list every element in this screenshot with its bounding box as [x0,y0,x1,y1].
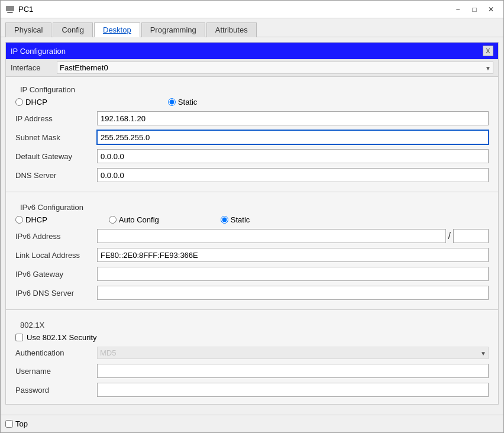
tab-desktop[interactable]: Desktop [94,22,140,37]
window-title: PC1 [18,5,33,14]
ipv6-dhcp-label: DHCP [25,215,47,224]
top-checkbox[interactable] [5,420,13,428]
ipv6-prefix-input[interactable] [453,229,489,243]
ipv6-static-label: Static [231,215,250,224]
tab-physical[interactable]: Physical [5,22,51,37]
interface-select-wrapper: FastEthernet0 [57,62,493,74]
username-row: Username [15,361,489,380]
use-security-checkbox[interactable] [15,334,23,341]
content-area: IP Configuration X Interface FastEtherne… [1,37,503,415]
auth-row: Authentication MD5 [15,344,489,361]
title-bar: PC1 − □ ✕ [1,1,503,18]
divider-2 [6,309,498,310]
dns-server-label: DNS Server [15,171,92,180]
ip-address-label: IP Address [15,114,92,123]
static-label: Static [178,98,198,106]
username-label: Username [15,367,92,376]
dot1x-section: 802.1X Use 802.1X Security Authenticatio… [6,312,498,404]
password-label: Password [15,386,92,395]
ipv6-autoconfig-radio-label[interactable]: Auto Config [109,215,159,224]
use-security-label: Use 802.1X Security [27,333,97,342]
default-gateway-row: Default Gateway [15,147,489,166]
top-checkbox-label[interactable]: Top [5,419,28,428]
ipv6-static-radio-label[interactable]: Static [221,215,250,224]
interface-row: Interface FastEthernet0 [6,59,498,77]
ipv6-address-inputs: / [97,229,489,243]
close-window-button[interactable]: ✕ [483,4,499,15]
static-radio-label[interactable]: Static [168,98,198,106]
ipv6-dns-label: IPv6 DNS Server [15,289,92,298]
default-gateway-label: Default Gateway [15,152,92,161]
tab-bar: Physical Config Desktop Programming Attr… [1,18,503,37]
ipv6-address-input[interactable] [97,229,446,243]
ipv6-slash: / [448,231,451,241]
ipv6-autoconfig-label: Auto Config [119,215,159,224]
link-local-label: Link Local Address [15,251,92,260]
ipv6-gateway-input[interactable] [97,267,489,281]
ipv6-gateway-label: IPv6 Gateway [15,270,92,279]
password-input[interactable] [97,383,489,397]
password-row: Password [15,380,489,399]
ip-address-row: IP Address [15,109,489,128]
link-local-row: Link Local Address [15,245,489,264]
dhcp-label: DHCP [25,98,47,106]
ipv6-gateway-row: IPv6 Gateway [15,264,489,283]
ipv6-dns-input[interactable] [97,286,489,300]
svg-rect-2 [7,12,13,13]
svg-rect-0 [6,6,14,11]
main-window: PC1 − □ ✕ Physical Config Desktop Progra… [0,0,504,433]
dns-server-input[interactable] [97,168,489,182]
dhcp-radio[interactable] [15,98,23,106]
subnet-mask-row: Subnet Mask [15,128,489,147]
ipv6-dhcp-radio[interactable] [15,216,23,224]
dot1x-section-title: 802.1X [15,317,489,331]
interface-select[interactable]: FastEthernet0 [57,62,493,74]
ipv6-autoconfig-radio[interactable] [109,216,117,224]
ipv6-address-label: IPv6 Address [15,232,92,241]
interface-label: Interface [11,63,52,72]
subnet-mask-input[interactable] [97,130,489,144]
ipv6-dhcp-radio-label[interactable]: DHCP [15,215,47,224]
tab-programming[interactable]: Programming [141,22,205,37]
panel-header: IP Configuration X [6,43,498,59]
top-label: Top [15,419,28,428]
panel-close-button[interactable]: X [483,46,493,56]
subnet-mask-label: Subnet Mask [15,133,92,142]
pc-icon [5,5,15,14]
panel-title: IP Configuration [11,47,66,56]
username-input[interactable] [97,364,489,378]
bottom-bar: Top [1,415,503,432]
tab-attributes[interactable]: Attributes [206,22,257,37]
title-bar-left: PC1 [5,5,33,14]
ipv6-section-title: IPv6 Configuration [15,199,489,213]
auth-select-wrapper: MD5 [97,347,489,359]
ipv6-mode-row: DHCP Auto Config Static [15,213,489,227]
ipv6-address-row: IPv6 Address / [15,227,489,245]
tab-config[interactable]: Config [53,22,93,37]
maximize-button[interactable]: □ [467,4,482,15]
ip-config-panel: IP Configuration X Interface FastEtherne… [5,42,499,405]
link-local-input[interactable] [97,248,489,262]
ip-address-input[interactable] [97,111,489,125]
auth-label: Authentication [15,348,92,357]
dns-server-row: DNS Server [15,166,489,185]
ipv6-dns-row: IPv6 DNS Server [15,283,489,302]
minimize-button[interactable]: − [450,4,466,15]
ipv4-section: IP Configuration DHCP Static IP Address [6,77,498,189]
use-security-row: Use 802.1X Security [15,331,489,344]
ipv4-section-title: IP Configuration [15,82,489,95]
dhcp-radio-label[interactable]: DHCP [15,98,47,106]
ipv6-section: IPv6 Configuration DHCP Auto Config Stat… [6,195,498,307]
static-radio[interactable] [168,98,176,106]
divider-1 [6,192,498,192]
ipv6-static-radio[interactable] [221,216,228,224]
auth-select[interactable]: MD5 [97,347,489,359]
ipv4-mode-row: DHCP Static [15,95,489,109]
default-gateway-input[interactable] [97,149,489,163]
window-controls: − □ ✕ [450,4,499,15]
